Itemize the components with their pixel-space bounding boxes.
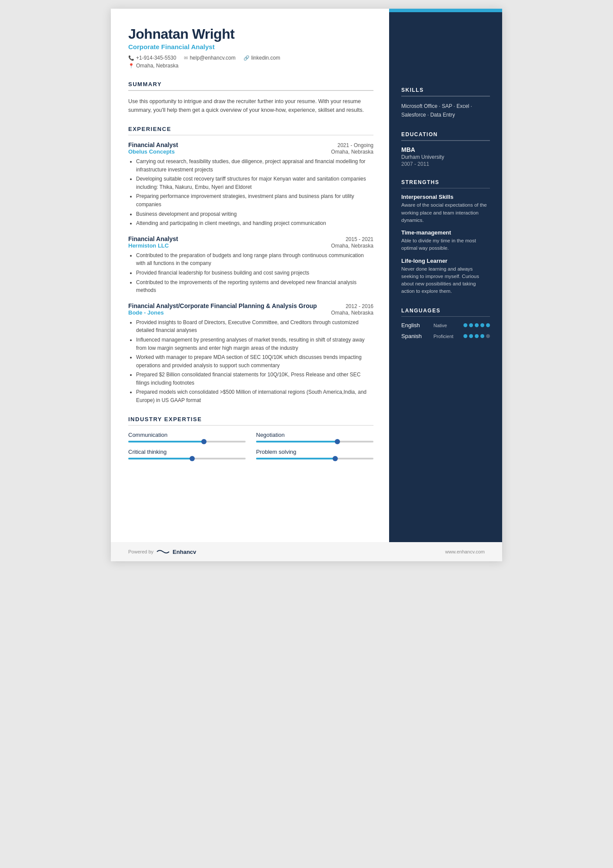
- expertise-bar-fill-3: [256, 458, 336, 459]
- bullet: Attending and participating in client me…: [136, 219, 373, 228]
- industry-expertise-title: INDUSTRY EXPERTISE: [128, 416, 373, 422]
- bullet: Worked with manager to prepare MDA secti…: [136, 353, 373, 369]
- bullet: Influenced management by presenting anal…: [136, 336, 373, 352]
- exp-company-2: Hermiston LLC: [128, 242, 169, 249]
- lang-level-0: Native: [433, 323, 460, 328]
- footer-brand-name: Enhancv: [173, 549, 196, 555]
- edu-degree: MBA: [401, 146, 490, 153]
- skills-title: SKILLS: [401, 87, 490, 93]
- expertise-bar-fill-0: [128, 441, 205, 442]
- right-col-accent: [389, 9, 502, 12]
- industry-expertise-section: INDUSTRY EXPERTISE Communication Negotia…: [128, 416, 373, 460]
- location-text: Omaha, Nebraska: [136, 63, 178, 69]
- strength-item-1: Time-management Able to divide my time i…: [401, 229, 490, 252]
- exp-item-2: Financial Analyst 2015 - 2021 Hermiston …: [128, 235, 373, 295]
- strengths-section: STRENGTHS Interpersonal Skills Aware of …: [401, 179, 490, 295]
- strength-item-0: Interpersonal Skills Aware of the social…: [401, 194, 490, 224]
- exp-bullets-2: Contributed to the preparation of budget…: [128, 251, 373, 295]
- exp-company-row-1: Obelus Concepts Omaha, Nebraska: [128, 148, 373, 155]
- footer-url: www.enhancv.com: [445, 549, 485, 554]
- email-icon: ✉: [184, 55, 188, 61]
- lang-name-1: Spanish: [401, 333, 430, 339]
- languages-divider: [401, 316, 490, 317]
- exp-role-2: Financial Analyst: [128, 235, 178, 242]
- lang-dot: [486, 323, 490, 327]
- bullet: Contributed to the improvements of the r…: [136, 278, 373, 295]
- exp-location-3: Omaha, Nebraska: [331, 310, 373, 316]
- job-title: Corporate Financial Analyst: [128, 43, 373, 50]
- phone-number: +1-914-345-5530: [136, 55, 176, 61]
- header-section: Johnatan Wright Corporate Financial Anal…: [128, 26, 373, 69]
- email-item: ✉ help@enhancv.com: [184, 55, 235, 61]
- lang-dot: [475, 323, 479, 327]
- skills-text: Microsoft Office · SAP · Excel · Salesfo…: [401, 102, 490, 120]
- edu-school: Durham University: [401, 154, 490, 160]
- footer-powered-by: Powered by: [128, 549, 153, 554]
- email-address: help@enhancv.com: [190, 55, 235, 61]
- lang-dot: [480, 334, 484, 338]
- exp-item-3: Financial Analyst/Corporate Financial Pl…: [128, 302, 373, 405]
- phone-icon: 📞: [128, 55, 134, 61]
- exp-company-row-2: Hermiston LLC Omaha, Nebraska: [128, 242, 373, 249]
- bullet: Contributed to the preparation of budget…: [136, 251, 373, 268]
- exp-bullets-3: Provided insights to Board of Directors,…: [128, 318, 373, 405]
- strength-desc-0: Aware of the social expectations of the …: [401, 201, 490, 224]
- exp-role-3: Financial Analyst/Corporate Financial Pl…: [128, 302, 317, 309]
- strengths-divider: [401, 188, 490, 189]
- bullet: Prepared models wich consolidated >$500 …: [136, 388, 373, 404]
- bullet: Prepared $2 Billion consolidated financi…: [136, 371, 373, 387]
- exp-dates-1: 2021 - Ongoing: [337, 142, 373, 148]
- edu-years: 2007 - 2011: [401, 161, 490, 167]
- strength-title-0: Interpersonal Skills: [401, 194, 490, 200]
- exp-header-3: Financial Analyst/Corporate Financial Pl…: [128, 302, 373, 309]
- lang-item-1: Spanish Proficient: [401, 333, 490, 339]
- expertise-item-1: Negotiation: [256, 432, 373, 442]
- exp-header-1: Financial Analyst 2021 - Ongoing: [128, 141, 373, 148]
- expertise-item-2: Critical thinking: [128, 449, 246, 459]
- strength-title-1: Time-management: [401, 229, 490, 236]
- skills-section: SKILLS Microsoft Office · SAP · Excel · …: [401, 87, 490, 119]
- strengths-title: STRENGTHS: [401, 179, 490, 185]
- bullet: Preparing performance improvement strate…: [136, 192, 373, 208]
- education-title: EDUCATION: [401, 131, 490, 137]
- phone-item: 📞 +1-914-345-5530: [128, 55, 176, 61]
- exp-company-3: Bode - Jones: [128, 309, 164, 316]
- bullet: Developing suitable cost recovery tariff…: [136, 175, 373, 191]
- bullet: Provided financial leadership for busine…: [136, 269, 373, 277]
- lang-item-0: English Native: [401, 322, 490, 328]
- summary-text: Use this opportunity to intrigue and dra…: [128, 97, 373, 114]
- expertise-bar-bg-2: [128, 458, 246, 459]
- expertise-item-3: Problem solving: [256, 449, 373, 459]
- lang-dot: [469, 334, 473, 338]
- expertise-bar-bg-3: [256, 458, 373, 459]
- expertise-bar-fill-2: [128, 458, 193, 459]
- lang-dot: [480, 323, 484, 327]
- contact-info: 📞 +1-914-345-5530 ✉ help@enhancv.com 🔗 l…: [128, 55, 373, 69]
- website-url: linkedin.com: [251, 55, 280, 61]
- lang-dot: [469, 323, 473, 327]
- expertise-grid: Communication Negotiation Critical think…: [128, 432, 373, 459]
- summary-title: SUMMARY: [128, 81, 373, 87]
- strength-title-2: Life-long Learner: [401, 258, 490, 264]
- summary-section: SUMMARY Use this opportunity to intrigue…: [128, 81, 373, 114]
- exp-location-1: Omaha, Nebraska: [331, 149, 373, 155]
- lang-level-1: Proficient: [433, 334, 460, 339]
- expertise-item-0: Communication: [128, 432, 246, 442]
- candidate-name: Johnatan Wright: [128, 26, 373, 42]
- exp-item-1: Financial Analyst 2021 - Ongoing Obelus …: [128, 141, 373, 228]
- strength-desc-2: Never done learning and always seeking t…: [401, 265, 490, 295]
- exp-dates-3: 2012 - 2016: [346, 303, 373, 309]
- lang-dot: [475, 334, 479, 338]
- expertise-label-2: Critical thinking: [128, 449, 246, 455]
- enhancv-logo-icon: [156, 548, 170, 555]
- lang-dot: [486, 334, 490, 338]
- education-divider: [401, 140, 490, 141]
- footer: Powered by Enhancv www.enhancv.com: [111, 542, 502, 561]
- education-section: EDUCATION MBA Durham University 2007 - 2…: [401, 131, 490, 167]
- expertise-label-0: Communication: [128, 432, 246, 438]
- bullet: Provided insights to Board of Directors,…: [136, 318, 373, 335]
- website-item: 🔗 linkedin.com: [243, 55, 280, 61]
- expertise-bar-bg-1: [256, 441, 373, 442]
- exp-bullets-1: Carrying out research, feasibility studi…: [128, 158, 373, 228]
- lang-dot: [463, 334, 467, 338]
